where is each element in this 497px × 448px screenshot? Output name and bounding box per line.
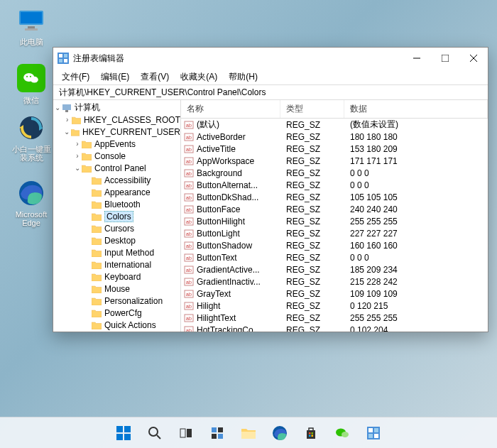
svg-rect-18 [442, 55, 449, 62]
taskbar-wechat[interactable] [329, 420, 356, 447]
col-data[interactable]: 数据 [344, 100, 488, 118]
tree-item[interactable]: ›HKEY_CLASSES_ROOT [53, 114, 180, 126]
svg-rect-13 [59, 54, 62, 58]
value-row[interactable]: abAppWorkspaceREG_SZ171 171 171 [181, 155, 488, 167]
desktop-icon-wechat[interactable]: 微信 [10, 64, 53, 106]
desktop-icon-label: 小白一键重装系统 [10, 145, 53, 162]
value-data: 255 255 255 [344, 217, 488, 226]
svg-rect-64 [124, 434, 131, 440]
value-data: 0 0 0 [344, 168, 488, 178]
menu-item[interactable]: 收藏夹(A) [178, 70, 220, 84]
value-row[interactable]: abHotTrackingCo...REG_SZ0 102 204 [181, 324, 488, 332]
tree-item[interactable]: ⌄Control Panel [53, 162, 180, 174]
value-type: REG_SZ [280, 132, 344, 142]
tree-item[interactable]: Desktop [53, 234, 180, 246]
chevron-icon: › [63, 116, 72, 124]
svg-rect-76 [312, 432, 314, 435]
taskbar-store[interactable] [297, 420, 324, 447]
svg-rect-3 [25, 28, 38, 31]
tree-view[interactable]: ⌄计算机›HKEY_CLASSES_ROOT⌄HKEY_CURRENT_USER… [53, 100, 181, 332]
maximize-button[interactable] [431, 48, 459, 69]
tree-item[interactable]: ›AppEvents [53, 138, 180, 150]
string-value-icon: ab [184, 253, 194, 263]
string-value-icon: ab [184, 132, 194, 142]
tree-item-label: Accessibility [104, 175, 151, 185]
svg-rect-72 [218, 434, 223, 439]
menu-item[interactable]: 编辑(E) [98, 70, 132, 84]
value-row[interactable]: abGrayTextREG_SZ109 109 109 [181, 288, 488, 300]
titlebar[interactable]: 注册表编辑器 [53, 48, 488, 69]
tree-item[interactable]: International [53, 258, 180, 271]
value-row[interactable]: abBackgroundREG_SZ0 0 0 [181, 167, 488, 179]
tree-item[interactable]: Input Method [53, 246, 180, 258]
value-type: REG_SZ [280, 168, 344, 178]
value-data: 105 105 105 [344, 192, 488, 202]
value-row[interactable]: ab(默认)REG_SZ(数值未设置) [181, 119, 488, 131]
tree-item[interactable]: ⌄计算机 [53, 102, 180, 114]
svg-text:ab: ab [186, 292, 192, 297]
tree-item[interactable]: ›Console [53, 150, 180, 162]
col-name[interactable]: 名称 [181, 100, 280, 118]
tree-item[interactable]: Sound [53, 331, 180, 332]
tree-item[interactable]: ⌄HKEY_CURRENT_USER [53, 126, 180, 138]
folder-icon [241, 426, 256, 440]
value-data: 215 228 242 [344, 277, 488, 287]
tree-item-label: Bluetooth [104, 200, 141, 209]
desktop-icon-label: 此电脑 [10, 37, 53, 48]
value-data: 255 255 255 [344, 313, 488, 323]
search-button[interactable] [141, 420, 168, 447]
tree-item[interactable]: Cursors [53, 222, 180, 234]
value-row[interactable]: abButtonLightREG_SZ227 227 227 [181, 227, 488, 239]
desktop-icon-edge[interactable]: Microsoft Edge [10, 179, 53, 227]
value-data: 0 102 204 [344, 325, 488, 332]
svg-point-5 [31, 77, 38, 83]
tree-item[interactable]: Quick Actions [53, 319, 180, 331]
value-row[interactable]: abButtonAlternat...REG_SZ0 0 0 [181, 179, 488, 191]
tree-item[interactable]: Accessibility [53, 174, 180, 186]
tree-item-label: Personalization [104, 296, 163, 306]
desktop-icon-this-pc[interactable]: 此电脑 [10, 6, 53, 48]
tree-item[interactable]: Colors [53, 210, 180, 222]
value-row[interactable]: abButtonTextREG_SZ0 0 0 [181, 251, 488, 263]
value-row[interactable]: abHilightREG_SZ0 120 215 [181, 300, 488, 312]
tree-item[interactable]: Appearance [53, 186, 180, 198]
list-view[interactable]: 名称 类型 数据 ab(默认)REG_SZ(数值未设置)abActiveBord… [181, 100, 488, 332]
svg-rect-21 [62, 104, 71, 110]
menu-item[interactable]: 文件(F) [59, 70, 92, 84]
menu-item[interactable]: 帮助(H) [226, 70, 261, 84]
taskbar-regedit[interactable] [360, 420, 387, 447]
value-row[interactable]: abGradientActive...REG_SZ185 209 234 [181, 263, 488, 275]
start-button[interactable] [110, 420, 137, 447]
value-name: ButtonFace [197, 204, 240, 214]
value-row[interactable]: abActiveBorderREG_SZ180 180 180 [181, 131, 488, 143]
widgets-button[interactable] [204, 420, 231, 447]
edge-icon [17, 179, 45, 207]
col-type[interactable]: 类型 [280, 100, 344, 118]
task-view-button[interactable] [173, 420, 200, 447]
pc-icon [17, 6, 45, 34]
value-row[interactable]: abGradientInactiv...REG_SZ215 228 242 [181, 275, 488, 288]
value-row[interactable]: abButtonHilightREG_SZ255 255 255 [181, 215, 488, 227]
value-row[interactable]: abButtonShadowREG_SZ160 160 160 [181, 239, 488, 251]
value-row[interactable]: abHilightTextREG_SZ255 255 255 [181, 312, 488, 324]
tree-item[interactable]: Bluetooth [53, 198, 180, 210]
tree-item[interactable]: Mouse [53, 283, 180, 295]
value-type: REG_SZ [280, 204, 344, 214]
value-row[interactable]: abButtonDkShad...REG_SZ105 105 105 [181, 191, 488, 203]
svg-text:ab: ab [186, 231, 192, 236]
desktop-icon-reinstall-tool[interactable]: 小白一键重装系统 [10, 114, 53, 162]
menu-item[interactable]: 查看(V) [138, 70, 172, 84]
taskbar-edge[interactable] [266, 420, 293, 447]
tree-item[interactable]: Personalization [53, 295, 180, 307]
svg-text:ab: ab [186, 159, 192, 164]
address-bar[interactable]: 计算机\HKEY_CURRENT_USER\Control Panel\Colo… [53, 84, 488, 100]
tree-item[interactable]: PowerCfg [53, 307, 180, 319]
svg-text:ab: ab [186, 316, 192, 321]
taskbar-explorer[interactable] [235, 420, 262, 447]
svg-text:ab: ab [186, 207, 192, 212]
minimize-button[interactable] [403, 48, 431, 69]
value-row[interactable]: abButtonFaceREG_SZ240 240 240 [181, 203, 488, 215]
close-button[interactable] [459, 48, 488, 69]
value-row[interactable]: abActiveTitleREG_SZ153 180 209 [181, 143, 488, 155]
tree-item[interactable]: Keyboard [53, 271, 180, 283]
